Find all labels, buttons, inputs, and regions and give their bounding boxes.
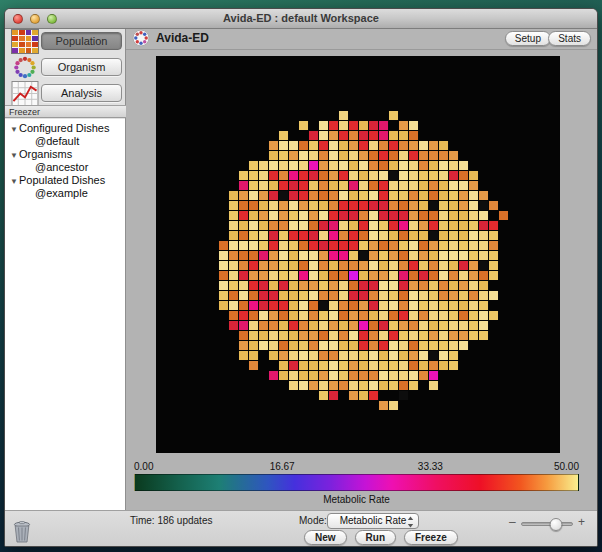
close-button[interactable] (13, 14, 23, 24)
freezer-group-populated-dishes[interactable]: ▼Populated Dishes (5, 174, 125, 187)
legend-tick: 16.67 (270, 461, 295, 472)
main-toolbar: Avida-ED Setup Stats (126, 29, 597, 49)
desktop-background: Avida-ED : default Workspace Population … (0, 0, 602, 552)
run-button[interactable]: Run (355, 530, 396, 545)
freezer-group-label: Organisms (19, 148, 72, 160)
zoom-out-button[interactable]: – (509, 515, 516, 529)
minimize-button[interactable] (30, 14, 40, 24)
app-window: Avida-ED : default Workspace Population … (4, 8, 598, 547)
freezer-group-configured-dishes[interactable]: ▼Configured Dishes (5, 122, 125, 135)
window-title: Avida-ED : default Workspace (5, 9, 597, 28)
mode-label: Mode: (299, 515, 327, 526)
organism-ring-icon (11, 55, 39, 80)
statusbar: Time: 186 updates Mode: Metabolic Rate N… (5, 510, 597, 546)
toolbar-divider (126, 49, 597, 50)
setup-button[interactable]: Setup (505, 31, 551, 46)
freeze-button[interactable]: Freeze (404, 530, 458, 545)
legend-gradient-bar (134, 474, 579, 491)
run-controls: New Run Freeze (304, 530, 458, 545)
legend-tick: 0.00 (134, 461, 153, 472)
dish-canvas[interactable] (158, 60, 558, 450)
trash-icon[interactable] (13, 521, 31, 543)
disclosure-triangle-icon[interactable]: ▼ (10, 123, 19, 136)
disclosure-triangle-icon[interactable]: ▼ (10, 149, 19, 162)
freezer-group-label: Populated Dishes (19, 174, 105, 186)
zoom-slider: – + (509, 517, 585, 531)
zoom-button[interactable] (47, 14, 57, 24)
nav-row-population: Population (5, 29, 126, 55)
main-panel: Avida-ED Setup Stats 0.00 16.67 33.33 50… (126, 29, 597, 510)
new-button[interactable]: New (304, 530, 347, 545)
time-status: Time: 186 updates (130, 515, 212, 526)
freezer-item-ancestor[interactable]: @ancestor (5, 161, 125, 174)
avida-logo-icon (132, 29, 150, 47)
petri-dish-view[interactable] (156, 56, 560, 453)
app-title: Avida-ED (156, 31, 209, 45)
metabolic-rate-legend: 0.00 16.67 33.33 50.00 Metabolic Rate (134, 461, 579, 511)
sidebar: Population Organism Analysis Freezer (5, 29, 126, 510)
titlebar[interactable]: Avida-ED : default Workspace (5, 9, 597, 29)
mode-dropdown[interactable]: Metabolic Rate (327, 513, 419, 529)
disclosure-triangle-icon[interactable]: ▼ (10, 175, 19, 188)
freezer-item-default[interactable]: @default (5, 135, 125, 148)
freezer-list: ▼Configured Dishes @default ▼Organisms @… (5, 119, 125, 510)
dropdown-arrows-icon (407, 516, 414, 528)
legend-tick: 50.00 (554, 461, 579, 472)
population-button[interactable]: Population (41, 32, 122, 50)
slider-thumb[interactable] (549, 518, 562, 531)
legend-ticks: 0.00 16.67 33.33 50.00 (134, 461, 579, 473)
freezer-group-organisms[interactable]: ▼Organisms (5, 148, 125, 161)
freezer-item-example[interactable]: @example (5, 187, 125, 200)
nav-row-organism: Organism (5, 55, 126, 81)
mode-dropdown-value: Metabolic Rate (340, 515, 407, 526)
analysis-button[interactable]: Analysis (41, 84, 122, 102)
analysis-chart-icon (11, 81, 39, 106)
window-body: Population Organism Analysis Freezer (5, 29, 597, 546)
freezer-header: Freezer (5, 105, 126, 118)
zoom-slider-track[interactable] (521, 522, 573, 526)
legend-label: Metabolic Rate (134, 494, 579, 505)
nav-row-analysis: Analysis (5, 81, 126, 107)
zoom-in-button[interactable]: + (578, 515, 585, 529)
stats-button[interactable]: Stats (548, 31, 591, 46)
traffic-lights (13, 14, 57, 24)
organism-button[interactable]: Organism (41, 58, 122, 76)
population-grid-icon (11, 29, 39, 54)
legend-tick: 33.33 (418, 461, 443, 472)
freezer-group-label: Configured Dishes (19, 122, 110, 134)
